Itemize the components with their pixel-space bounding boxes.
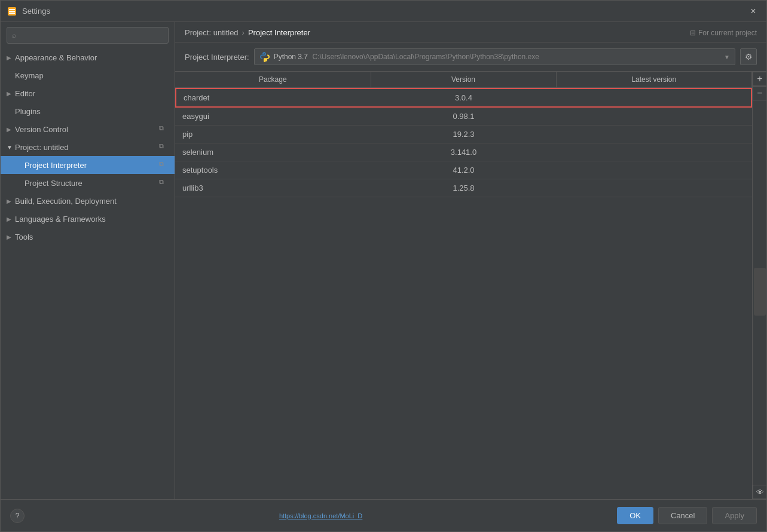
copy-icon-version-control: ⧉ [159, 124, 169, 134]
td-version: 3.0.4 [371, 89, 557, 106]
sidebar-item-tools[interactable]: ▶Tools [1, 228, 175, 246]
td-version: 19.2.3 [371, 126, 557, 143]
td-package: selenium [175, 143, 371, 161]
sidebar-label-project-untitled: Project: untitled [15, 143, 157, 152]
arrow-icon-project-untitled: ▼ [7, 144, 15, 151]
interpreter-dropdown-arrow: ▼ [724, 54, 730, 60]
breadcrumb-current: Project Interpreter [248, 28, 310, 37]
svg-rect-2 [9, 9, 15, 10]
table-row[interactable]: easygui0.98.1 [175, 108, 752, 126]
sidebar-label-languages-frameworks: Languages & Frameworks [15, 215, 169, 224]
window-title: Settings [22, 7, 746, 16]
arrow-icon-languages-frameworks: ▶ [7, 216, 15, 222]
td-version: 3.141.0 [371, 143, 557, 161]
sidebar-label-version-control: Version Control [15, 125, 157, 134]
td-package: setuptools [175, 161, 371, 179]
sidebar-item-project-structure[interactable]: Project Structure⧉ [1, 174, 175, 192]
arrow-icon-appearance: ▶ [7, 54, 15, 61]
svg-rect-3 [9, 13, 15, 14]
settings-dialog: Settings × ⌕ ▶Appearance & BehaviorKeyma… [0, 0, 767, 532]
packages-table: Package Version Latest version chardet3.… [175, 72, 752, 499]
eye-button[interactable]: 👁 [753, 485, 766, 499]
search-input[interactable] [19, 31, 163, 39]
interpreter-row: Project Interpreter: Python 3.7 C:\Users… [175, 42, 766, 72]
td-latest [557, 166, 753, 175]
sidebar-label-project-structure: Project Structure [25, 179, 157, 188]
svg-rect-1 [9, 11, 15, 12]
cancel-button[interactable]: Cancel [658, 507, 707, 524]
table-row[interactable]: selenium3.141.0 [175, 143, 752, 161]
sidebar-label-project-interpreter: Project Interpreter [25, 161, 157, 170]
td-latest [557, 184, 753, 192]
sidebar-label-plugins: Plugins [15, 107, 169, 116]
sidebar-label-keymap: Keymap [15, 71, 169, 80]
main-area: ⌕ ▶Appearance & BehaviorKeymap▶EditorPlu… [1, 22, 766, 499]
sidebar-item-project-untitled[interactable]: ▼Project: untitled⧉ [1, 138, 175, 156]
gear-button[interactable]: ⚙ [740, 48, 757, 65]
td-latest [557, 148, 753, 157]
th-package: Package [175, 72, 371, 87]
sidebar-label-appearance: Appearance & Behavior [15, 53, 169, 62]
sidebar: ⌕ ▶Appearance & BehaviorKeymap▶EditorPlu… [1, 22, 175, 499]
remove-package-button[interactable]: − [753, 86, 766, 100]
table-row[interactable]: chardet3.0.4 [175, 88, 752, 108]
sidebar-label-editor: Editor [15, 89, 169, 98]
search-box[interactable]: ⌕ [7, 27, 169, 44]
td-package: pip [175, 126, 371, 143]
th-version: Version [371, 72, 557, 87]
arrow-icon-version-control: ▶ [7, 126, 15, 133]
sidebar-label-tools: Tools [15, 233, 169, 241]
footer: ? https://blog.csdn.net/MoLi_D OK Cancel… [1, 499, 766, 531]
table-header: Package Version Latest version [175, 72, 752, 88]
interpreter-label: Project Interpreter: [185, 53, 249, 62]
arrow-icon-editor: ▶ [7, 90, 15, 97]
interpreter-dropdown[interactable]: Python 3.7 C:\Users\lenovo\AppData\Local… [254, 48, 735, 65]
breadcrumb-separator: › [242, 28, 245, 37]
table-row[interactable]: setuptools41.2.0 [175, 161, 752, 179]
for-project-label: For current project [698, 29, 757, 37]
sidebar-item-editor[interactable]: ▶Editor [1, 84, 175, 102]
help-button[interactable]: ? [10, 509, 25, 523]
td-package: easygui [175, 108, 371, 125]
sidebar-item-languages-frameworks[interactable]: ▶Languages & Frameworks [1, 210, 175, 228]
footer-link[interactable]: https://blog.csdn.net/MoLi_D [279, 512, 362, 519]
for-current-project: ⊟ For current project [690, 29, 757, 37]
table-body: chardet3.0.4easygui0.98.1pip19.2.3seleni… [175, 88, 752, 499]
arrow-icon-build-execution: ▶ [7, 198, 15, 204]
copy-icon-project-untitled: ⧉ [159, 142, 169, 152]
th-latest: Latest version [557, 72, 753, 87]
content-area: Project: untitled › Project Interpreter … [175, 22, 766, 499]
sidebar-items-container: ▶Appearance & BehaviorKeymap▶EditorPlugi… [1, 48, 175, 246]
td-package: urllib3 [175, 179, 371, 197]
td-latest [557, 130, 753, 139]
close-button[interactable]: × [746, 4, 760, 19]
app-icon [7, 6, 17, 17]
td-version: 1.25.8 [371, 179, 557, 197]
title-bar: Settings × [1, 1, 766, 22]
add-package-button[interactable]: + [753, 72, 766, 86]
td-latest [557, 112, 753, 121]
copy-icon-project-interpreter: ⧉ [159, 160, 169, 170]
copy-icon-project-structure: ⧉ [159, 178, 169, 188]
sidebar-item-keymap[interactable]: Keymap [1, 66, 175, 84]
breadcrumb-parent: Project: untitled [185, 28, 239, 37]
side-buttons: + − 👁 [752, 72, 766, 499]
td-version: 0.98.1 [371, 108, 557, 125]
scrollbar-thumb[interactable] [754, 268, 766, 316]
sidebar-item-plugins[interactable]: Plugins [1, 102, 175, 120]
ok-button[interactable]: OK [617, 507, 653, 524]
sidebar-label-build-execution: Build, Execution, Deployment [15, 197, 169, 206]
packages-area: Package Version Latest version chardet3.… [175, 72, 766, 499]
sidebar-item-build-execution[interactable]: ▶Build, Execution, Deployment [1, 192, 175, 210]
table-row[interactable]: urllib31.25.8 [175, 179, 752, 197]
breadcrumb: Project: untitled › Project Interpreter … [175, 22, 766, 42]
apply-button[interactable]: Apply [712, 507, 757, 524]
sidebar-item-project-interpreter[interactable]: Project Interpreter⧉ [1, 156, 175, 174]
table-row[interactable]: pip19.2.3 [175, 126, 752, 143]
interpreter-python-version: Python 3.7 C:\Users\lenovo\AppData\Local… [274, 53, 720, 61]
td-package: chardet [176, 89, 371, 106]
sidebar-item-appearance[interactable]: ▶Appearance & Behavior [1, 48, 175, 66]
for-project-icon: ⊟ [690, 29, 696, 37]
sidebar-item-version-control[interactable]: ▶Version Control⧉ [1, 120, 175, 138]
python-icon [259, 51, 270, 62]
